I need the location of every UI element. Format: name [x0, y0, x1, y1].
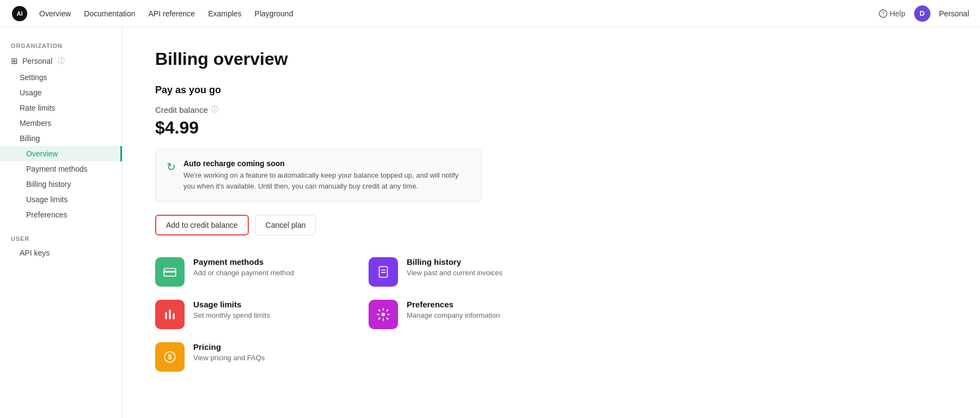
nav-links: Overview Documentation API reference Exa…: [39, 9, 879, 18]
svg-rect-11: [173, 313, 174, 319]
sidebar-item-rate-limits[interactable]: Rate limits: [0, 100, 122, 116]
logo[interactable]: AI: [11, 5, 28, 22]
sidebar-item-payment-methods[interactable]: Payment methods: [0, 161, 122, 177]
info-box-content: Auto recharge coming soon We're working …: [183, 159, 470, 191]
user-avatar[interactable]: D: [914, 5, 930, 22]
payment-methods-icon: [155, 257, 185, 287]
sidebar: ORGANIZATION ⊞ Personal ⓘ Settings Usage…: [0, 27, 122, 418]
usage-limits-card[interactable]: Usage limits Set monthly spend limits: [155, 300, 356, 329]
svg-text:AI: AI: [17, 10, 23, 17]
plan-label: Pay as you go: [155, 84, 947, 96]
cards-grid: Payment methods Add or change payment me…: [155, 257, 569, 372]
help-icon: ?: [879, 9, 887, 18]
billing-history-desc: View past and current invoices: [407, 269, 503, 277]
cancel-plan-button[interactable]: Cancel plan: [255, 215, 316, 235]
pricing-card[interactable]: $ Pricing View pricing and FAQs: [155, 342, 356, 372]
nav-examples[interactable]: Examples: [208, 9, 241, 18]
page-title: Billing overview: [155, 49, 947, 69]
pricing-title: Pricing: [193, 342, 265, 352]
sidebar-item-personal[interactable]: ⊞ Personal ⓘ: [0, 52, 122, 70]
nav-api-reference[interactable]: API reference: [149, 9, 195, 18]
svg-rect-9: [165, 312, 167, 319]
sidebar-item-usage[interactable]: Usage: [0, 85, 122, 100]
sidebar-item-usage-limits[interactable]: Usage limits: [0, 192, 122, 207]
main-content: Billing overview Pay as you go Credit ba…: [122, 27, 980, 418]
pricing-icon: $: [155, 342, 185, 372]
billing-history-title: Billing history: [407, 257, 503, 266]
payment-methods-card[interactable]: Payment methods Add or change payment me…: [155, 257, 356, 287]
svg-rect-5: [164, 271, 176, 272]
sidebar-item-billing-history[interactable]: Billing history: [0, 177, 122, 192]
auto-recharge-box: ↻ Auto recharge coming soon We're workin…: [155, 149, 482, 202]
org-name-label: Personal: [22, 57, 52, 65]
add-credit-button[interactable]: Add to credit balance: [155, 215, 249, 235]
user-section-label: USER: [0, 231, 122, 245]
svg-point-12: [382, 313, 385, 317]
credit-info-icon: ⓘ: [211, 105, 218, 114]
sidebar-item-api-keys[interactable]: API keys: [0, 245, 122, 261]
recharge-icon: ↻: [167, 160, 176, 173]
credit-amount: $4.99: [155, 118, 947, 138]
payment-methods-text: Payment methods Add or change payment me…: [193, 257, 294, 277]
preferences-desc: Manage company information: [407, 311, 500, 319]
credit-balance-label: Credit balance ⓘ: [155, 105, 947, 114]
org-section-label: ORGANIZATION: [0, 38, 122, 52]
sidebar-item-billing[interactable]: Billing: [0, 131, 122, 146]
help-label: Help: [890, 9, 905, 18]
help-button[interactable]: ? Help: [879, 9, 905, 18]
sidebar-item-members[interactable]: Members: [0, 116, 122, 131]
billing-history-card[interactable]: Billing history View past and current in…: [369, 257, 569, 287]
svg-text:?: ?: [881, 11, 885, 17]
user-name[interactable]: Personal: [939, 9, 969, 18]
layout: ORGANIZATION ⊞ Personal ⓘ Settings Usage…: [0, 0, 980, 418]
billing-history-text: Billing history View past and current in…: [407, 257, 503, 277]
preferences-icon: [369, 300, 398, 329]
svg-rect-10: [169, 310, 170, 319]
pricing-desc: View pricing and FAQs: [193, 354, 265, 362]
nav-documentation[interactable]: Documentation: [84, 9, 135, 18]
info-box-title: Auto recharge coming soon: [183, 159, 470, 168]
payment-methods-desc: Add or change payment method: [193, 269, 294, 277]
action-buttons: Add to credit balance Cancel plan: [155, 215, 947, 235]
sidebar-item-preferences[interactable]: Preferences: [0, 207, 122, 222]
billing-history-icon: [369, 257, 398, 287]
sidebar-item-settings[interactable]: Settings: [0, 70, 122, 85]
svg-rect-8: [381, 272, 386, 273]
nav-overview[interactable]: Overview: [39, 9, 71, 18]
svg-rect-7: [381, 270, 386, 271]
sidebar-item-billing-overview[interactable]: Overview: [0, 146, 122, 161]
preferences-card[interactable]: Preferences Manage company information: [369, 300, 569, 329]
preferences-text: Preferences Manage company information: [407, 300, 500, 319]
info-box-description: We're working on a feature to automatica…: [183, 170, 470, 191]
nav-right: ? Help D Personal: [879, 5, 969, 22]
usage-limits-title: Usage limits: [193, 300, 270, 309]
usage-limits-text: Usage limits Set monthly spend limits: [193, 300, 270, 319]
nav-playground[interactable]: Playground: [255, 9, 293, 18]
usage-limits-icon: [155, 300, 185, 329]
org-icon: ⊞: [11, 56, 18, 66]
preferences-title: Preferences: [407, 300, 500, 309]
svg-text:$: $: [168, 353, 172, 361]
usage-limits-desc: Set monthly spend limits: [193, 311, 270, 319]
pricing-text: Pricing View pricing and FAQs: [193, 342, 265, 362]
topnav: AI Overview Documentation API reference …: [0, 0, 980, 27]
payment-methods-title: Payment methods: [193, 257, 294, 266]
info-icon: ⓘ: [58, 56, 65, 66]
